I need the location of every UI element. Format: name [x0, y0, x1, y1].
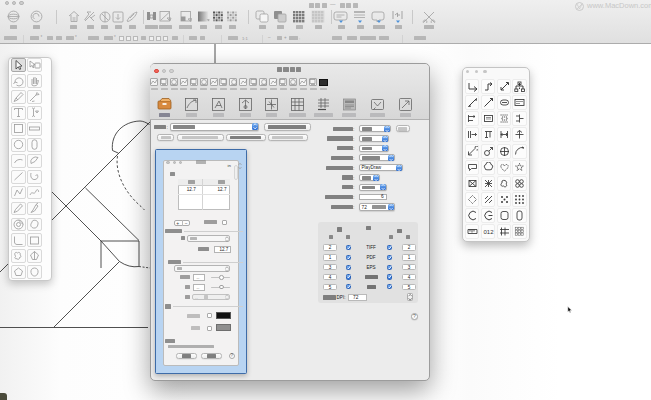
- svg-text:012: 012: [483, 229, 494, 235]
